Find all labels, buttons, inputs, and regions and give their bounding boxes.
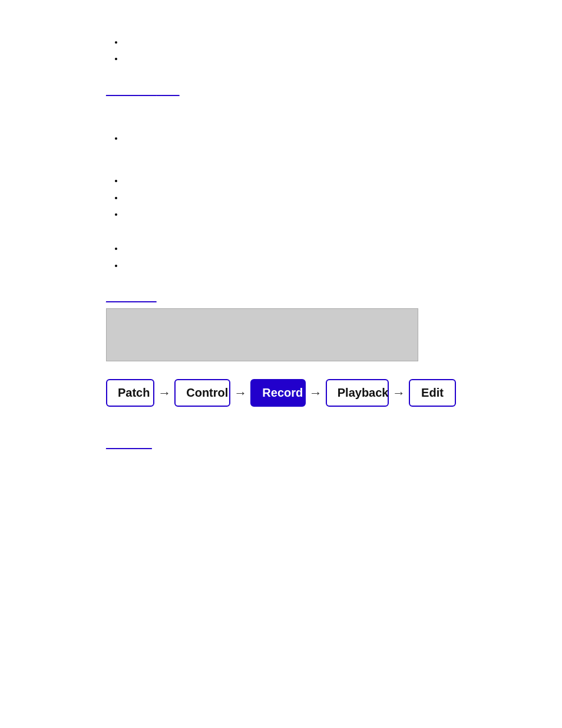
- gray-box: [106, 308, 418, 361]
- bullet-list-4: [106, 242, 456, 272]
- bottom-link-anchor[interactable]: __________: [106, 440, 152, 449]
- link-1[interactable]: ________________: [106, 87, 456, 96]
- workflow-nav: Patch → Control → Record → Playback → Ed…: [106, 379, 456, 407]
- workflow-step-record[interactable]: Record: [250, 379, 305, 407]
- workflow-step-patch[interactable]: Patch: [106, 379, 154, 407]
- bullet-item: [124, 131, 456, 144]
- bullet-list-1: [106, 35, 456, 65]
- bullet-list-3: [106, 174, 456, 220]
- bullet-item: [124, 207, 456, 220]
- arrow-2: →: [234, 386, 247, 401]
- bullet-item: [124, 259, 456, 272]
- bullet-item: [124, 52, 456, 65]
- workflow-step-edit[interactable]: Edit: [409, 379, 456, 407]
- arrow-1: →: [158, 386, 171, 401]
- bottom-link[interactable]: __________: [106, 440, 456, 449]
- bullet-item: [124, 191, 456, 204]
- bullet-item: [124, 35, 456, 48]
- bullet-item: [124, 174, 456, 187]
- arrow-4: →: [392, 386, 405, 401]
- bullet-list-2: [106, 131, 456, 144]
- link-2-anchor[interactable]: ___________: [106, 293, 157, 302]
- workflow-step-control[interactable]: Control: [174, 379, 230, 407]
- bullet-item: [124, 242, 456, 255]
- page-container: ________________ ___________ Patch → Con…: [0, 0, 562, 485]
- link-2[interactable]: ___________: [106, 293, 456, 302]
- link-1-anchor[interactable]: ________________: [106, 87, 180, 96]
- arrow-3: →: [309, 386, 322, 401]
- workflow-step-playback[interactable]: Playback: [326, 379, 389, 407]
